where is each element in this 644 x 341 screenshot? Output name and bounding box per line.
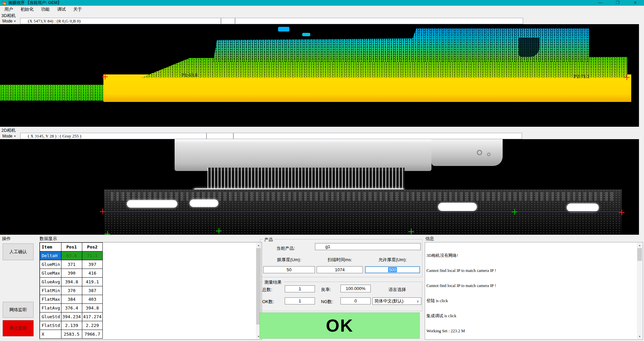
cam3d-status-spacer	[221, 18, 235, 24]
bottom-panel: 操作 人工确认 网络监听 停止监听 数据显示 Item Pos1 Pos2 De…	[0, 235, 644, 341]
scan-time-label: 扫描时间ms:	[317, 257, 363, 263]
col-header-pos2[interactable]: Pos2	[82, 243, 103, 251]
cell-pos1[interactable]: 370	[61, 286, 82, 295]
window-title: 测膜程序 【当前用户: OEM】	[8, 0, 61, 6]
current-product-label: 当前产品:	[276, 245, 295, 251]
cell-pos1[interactable]: 376.4	[61, 304, 82, 312]
cell-pos1[interactable]: 394.234	[61, 312, 82, 321]
manual-confirm-button[interactable]: 人工确认	[3, 243, 34, 260]
p1-measure-label: P1:63.8	[181, 72, 197, 78]
scan-time-field[interactable]: 1074	[317, 266, 363, 273]
cam2d-pixel-status: ( X 3145, Y 28 ) : ( Gray 255 )	[20, 133, 206, 139]
cell-pos1[interactable]: 63.8	[61, 251, 82, 260]
cell-pos2[interactable]: 71.1	[82, 251, 103, 260]
cell-item[interactable]: GlueStd	[40, 312, 61, 321]
menu-debug[interactable]: 调试	[53, 6, 70, 13]
p2-measure-label: P2:71.1	[573, 74, 590, 79]
total-field[interactable]: 1	[285, 285, 315, 292]
table-row[interactable]: GlueMax 390 416	[40, 269, 103, 278]
cam2d-image-view[interactable]	[0, 139, 639, 235]
cell-pos2[interactable]: 403	[82, 295, 103, 304]
yield-field[interactable]: 100.000%	[340, 285, 371, 292]
cell-item[interactable]: GlueAvg	[40, 278, 61, 286]
close-icon[interactable]: ✕	[627, 0, 644, 6]
cam2d-mode-button[interactable]: Mode ▾	[0, 133, 20, 139]
allow-thickness-field[interactable]: 500	[365, 266, 420, 273]
cell-pos2[interactable]: 417.274	[82, 312, 103, 321]
result-status-banner: OK	[260, 312, 420, 339]
cam2d-mode-button-label: Mode	[2, 134, 12, 138]
glue-highlight-blob	[127, 200, 177, 208]
menu-init[interactable]: 初始化	[17, 6, 37, 13]
heightmap-blue-blob	[278, 27, 289, 32]
cell-item[interactable]: GlueMax	[40, 269, 61, 278]
cell-pos1[interactable]: 371	[61, 260, 82, 269]
cell-item[interactable]: X	[40, 330, 61, 339]
table-row[interactable]: FlatStd 2.139 2.229	[40, 321, 103, 330]
results-group-label: 测量结果	[263, 279, 283, 285]
data-display-panel-label: 数据显示	[40, 236, 57, 242]
table-row[interactable]: X 2583.5 7966.7	[40, 330, 103, 339]
info-panel-label: 信息	[425, 236, 434, 242]
cell-item[interactable]: FlatMax	[40, 295, 61, 304]
cell-pos1[interactable]: 384	[61, 295, 82, 304]
cam3d-mode-bar: Mode ▾ (X 5473,Y 84) : (R 0,G 0,B 0)	[0, 18, 639, 24]
info-log-container[interactable]: 3D相机没有网络! Cannot find local IP to match …	[425, 242, 643, 340]
cell-pos1[interactable]: 2.139	[61, 321, 82, 330]
cam3d-mode-button[interactable]: Mode ▾	[0, 18, 20, 24]
restore-icon[interactable]: ❐	[609, 0, 627, 6]
col-header-pos1[interactable]: Pos1	[61, 243, 82, 251]
scroll-up-icon[interactable]: ▲	[637, 243, 642, 248]
table-row[interactable]: FlatAvg 376.4 394.8	[40, 304, 103, 312]
cell-pos2[interactable]: 397	[82, 260, 103, 269]
cell-pos2[interactable]: 387	[82, 286, 103, 295]
cell-pos1[interactable]: 2583.5	[61, 330, 82, 339]
menu-user[interactable]: 用户	[1, 6, 17, 13]
product-groupbox: 产品 当前产品: g1 膜厚度(Um): 扫描时间ms: 允许厚度(Um): 5…	[260, 239, 422, 277]
col-header-item[interactable]: Item	[40, 243, 61, 251]
table-row[interactable]: DeltaH 63.8 71.1	[40, 251, 103, 260]
stop-listen-button[interactable]: 停止监听	[3, 320, 34, 336]
cam2d-mode-bar: Mode ▾ ( X 3145, Y 28 ) : ( Gray 255 )	[0, 133, 639, 139]
language-select-dropdown[interactable]: 简体中文(默认) ∨	[372, 297, 421, 305]
current-product-field[interactable]: g1	[315, 243, 421, 250]
cell-pos2[interactable]: 2.229	[82, 321, 103, 330]
network-listen-button[interactable]: 网络监听	[3, 302, 34, 318]
table-row[interactable]: GlueAvg 394.8 419.1	[40, 278, 103, 286]
cell-pos2[interactable]: 416	[82, 269, 103, 278]
table-row[interactable]: FlatMin 370 387	[40, 286, 103, 295]
cell-item[interactable]: FlatStd	[40, 321, 61, 330]
cell-item[interactable]: FlatMin	[40, 286, 61, 295]
operation-panel-label: 操作	[2, 236, 11, 242]
measurement-table-container: Item Pos1 Pos2 DeltaH 63.8 71.1 GlueMin …	[39, 242, 262, 340]
pcb-hole	[487, 153, 491, 156]
menu-function[interactable]: 功能	[37, 6, 53, 13]
cell-pos2[interactable]: 7966.7	[82, 330, 103, 339]
menu-about[interactable]: 关于	[70, 6, 86, 13]
yield-label: 良率:	[321, 287, 331, 293]
cell-item[interactable]: DeltaH	[40, 251, 61, 260]
scrollbar-thumb[interactable]	[637, 248, 642, 261]
scroll-down-icon[interactable]: ▼	[637, 334, 642, 339]
cell-pos2[interactable]: 419.1	[82, 278, 103, 286]
log-scrollbar[interactable]: ▲ ▼	[637, 243, 642, 339]
film-thickness-field[interactable]: 50	[263, 266, 315, 273]
cell-item[interactable]: FlatAvg	[40, 304, 61, 312]
ok-count-field[interactable]: 1	[285, 297, 315, 304]
table-row[interactable]: GlueMin 371 397	[40, 260, 103, 269]
table-row[interactable]: GlueStd 394.234 417.274	[40, 312, 103, 321]
cell-pos1[interactable]: 390	[61, 269, 82, 278]
language-selected-value: 简体中文(默认)	[374, 298, 404, 304]
ng-count-field[interactable]: 0	[340, 297, 371, 304]
minimize-icon[interactable]: —	[592, 0, 609, 6]
cam3d-status-extra	[235, 18, 523, 24]
allow-thickness-label: 允许厚度(Um):	[365, 257, 420, 263]
ok-count-label: OK数:	[262, 299, 274, 305]
cell-item[interactable]: GlueMin	[40, 260, 61, 269]
cell-pos1[interactable]: 394.8	[61, 278, 82, 286]
table-row[interactable]: FlatMax 384 403	[40, 295, 103, 304]
cam2d-status-spacer	[206, 133, 233, 139]
cam3d-image-view[interactable]: P1:63.8 P2:71.1	[0, 24, 639, 127]
app-window: 测膜程序 【当前用户: OEM】 — ❐ ✕ 用户 初始化 功能 调试 关于 3…	[0, 0, 644, 341]
cell-pos2[interactable]: 394.8	[82, 304, 103, 312]
